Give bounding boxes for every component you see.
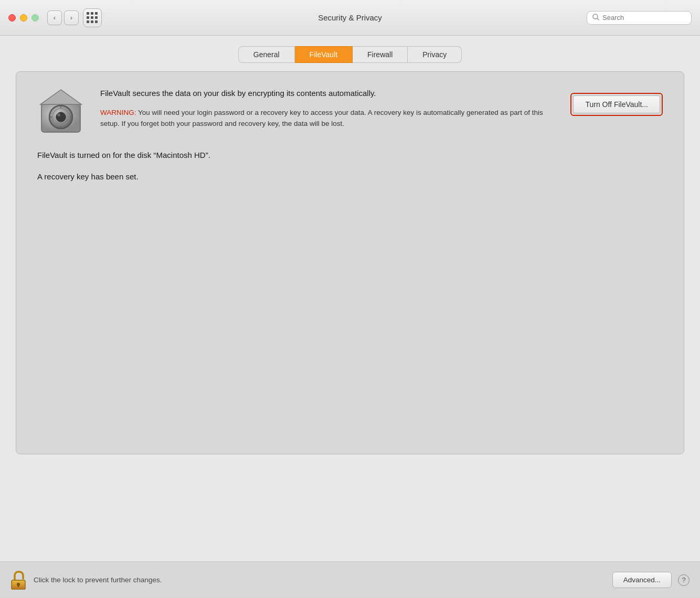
filevault-top: FileVault secures the data on your disk … xyxy=(37,88,663,135)
warning-label: WARNING: xyxy=(100,109,136,116)
bottom-right: Advanced... ? xyxy=(612,572,690,588)
search-icon xyxy=(592,14,599,22)
tabs: General FileVault Firewall Privacy xyxy=(16,46,684,63)
turn-off-button-wrapper: Turn Off FileVault... xyxy=(570,93,663,116)
page-content: General FileVault Firewall Privacy xyxy=(0,36,700,598)
help-button[interactable]: ? xyxy=(678,574,690,586)
lock-text: Click the lock to prevent further change… xyxy=(34,576,162,584)
search-bar[interactable] xyxy=(587,11,692,25)
filevault-description: FileVault secures the data on your disk … xyxy=(100,88,555,130)
grid-icon xyxy=(87,12,98,24)
tab-firewall[interactable]: Firewall xyxy=(353,46,408,63)
traffic-lights xyxy=(8,14,39,22)
turn-off-filevault-button[interactable]: Turn Off FileVault... xyxy=(573,95,660,113)
grid-menu-button[interactable] xyxy=(83,8,102,27)
advanced-button[interactable]: Advanced... xyxy=(612,572,672,588)
svg-rect-14 xyxy=(18,584,19,587)
tab-privacy[interactable]: Privacy xyxy=(408,46,462,63)
titlebar: ‹ › Security & Privacy xyxy=(0,0,700,36)
window-title: Security & Privacy xyxy=(318,13,382,22)
filevault-warning: WARNING: You will need your login passwo… xyxy=(100,107,555,130)
svg-point-6 xyxy=(56,112,66,122)
content-panel: FileVault secures the data on your disk … xyxy=(16,71,684,454)
svg-marker-3 xyxy=(40,90,81,104)
minimize-button[interactable] xyxy=(20,14,27,22)
warning-text: You will need your login password or a r… xyxy=(100,109,543,128)
forward-button[interactable]: › xyxy=(64,10,79,25)
svg-line-1 xyxy=(597,18,599,20)
main-content: General FileVault Firewall Privacy xyxy=(0,36,700,454)
filevault-status-recovery: A recovery key has been set. xyxy=(37,172,663,181)
bottom-bar: Click the lock to prevent further change… xyxy=(0,561,700,598)
filevault-icon xyxy=(37,88,84,135)
svg-point-7 xyxy=(57,113,60,116)
lock-button[interactable]: Click the lock to prevent further change… xyxy=(10,571,162,590)
maximize-button[interactable] xyxy=(31,14,39,22)
filevault-status-disk: FileVault is turned on for the disk “Mac… xyxy=(37,151,663,159)
close-button[interactable] xyxy=(8,14,16,22)
padlock-icon xyxy=(10,571,26,590)
filevault-desc-text: FileVault secures the data on your disk … xyxy=(100,88,555,100)
tab-filevault[interactable]: FileVault xyxy=(295,46,353,63)
tab-general[interactable]: General xyxy=(238,46,295,63)
back-button[interactable]: ‹ xyxy=(47,10,62,25)
search-input[interactable] xyxy=(602,14,686,22)
nav-buttons: ‹ › xyxy=(47,10,79,25)
